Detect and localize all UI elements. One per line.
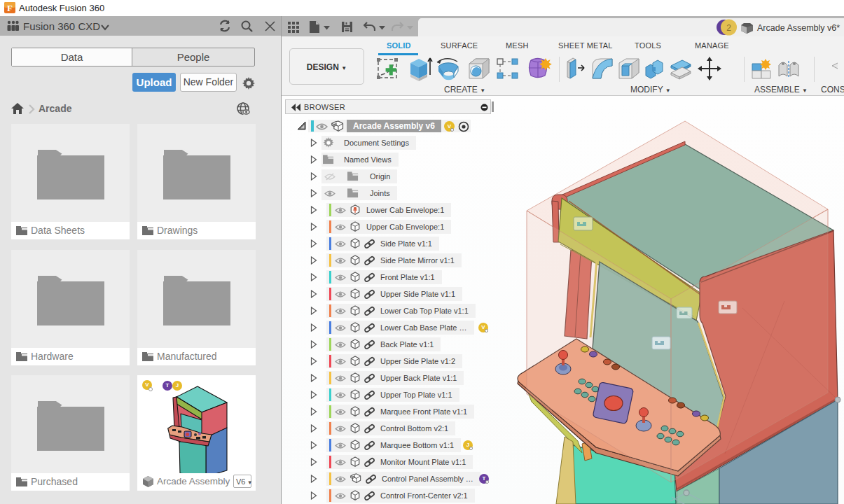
svg-text:F: F	[7, 3, 13, 13]
svg-text:2: 2	[726, 23, 731, 33]
